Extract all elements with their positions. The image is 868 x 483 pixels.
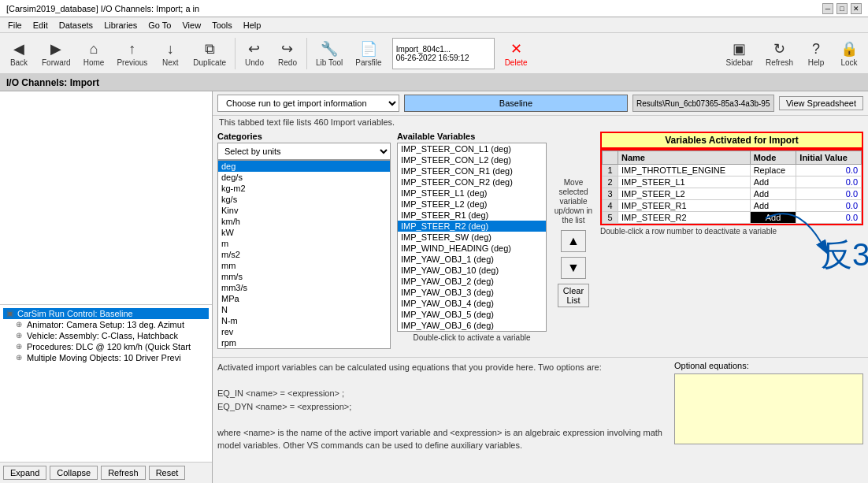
cat-item-kgm2[interactable]: kg-m2 (218, 183, 390, 194)
lib-tool-button[interactable]: 🔧 Lib Tool (310, 35, 348, 72)
row-mode-1[interactable]: Replace (750, 165, 796, 176)
select-units-dropdown[interactable]: Select by units (217, 143, 391, 160)
row-value-1[interactable]: 0.0 (796, 165, 862, 176)
expand-button[interactable]: Expand (3, 466, 46, 480)
var-item-8[interactable]: IMP_STEER_SW (deg) (398, 232, 546, 243)
cat-item-mm3s[interactable]: mm3/s (218, 282, 390, 293)
cat-item-nm[interactable]: N-m (218, 315, 390, 326)
view-spreadsheet-button[interactable]: View Spreadsheet (779, 96, 863, 110)
var-item-14[interactable]: IMP_YAW_OBJ_4 (deg) (398, 298, 546, 309)
close-button[interactable]: ✕ (851, 3, 862, 14)
var-item-2[interactable]: IMP_STEER_CON_R1 (deg) (398, 165, 546, 176)
var-item-3[interactable]: IMP_STEER_CON_R2 (deg) (398, 176, 546, 188)
move-down-button[interactable]: ▼ (561, 257, 586, 279)
move-up-button[interactable]: ▲ (561, 230, 586, 252)
var-item-6[interactable]: IMP_STEER_R1 (deg) (398, 210, 546, 221)
bottom-section: Activated import variables can be calcul… (213, 357, 868, 483)
row-num-4[interactable]: 4 (603, 200, 618, 212)
tree-item-label-5: Multiple Moving Objects: 10 Driver Previ (27, 353, 181, 362)
menu-view[interactable]: View (177, 20, 206, 31)
previous-button[interactable]: ↑ Previous (111, 35, 153, 72)
cat-item-kgs[interactable]: kg/s (218, 194, 390, 205)
tree-item-moving-objects[interactable]: ⊕ Multiple Moving Objects: 10 Driver Pre… (3, 352, 209, 363)
cat-item-kw[interactable]: kW (218, 227, 390, 238)
cat-item-mms[interactable]: mm/s (218, 271, 390, 282)
baseline-input[interactable] (404, 95, 628, 112)
tree-item-procedures[interactable]: ⊕ Procedures: DLC @ 120 km/h (Quick Star… (3, 341, 209, 352)
refresh-button[interactable]: ↻ Refresh (760, 35, 799, 72)
menu-help[interactable]: Help (239, 20, 266, 31)
var-item-1[interactable]: IMP_STEER_CON_L2 (deg) (398, 154, 546, 165)
cat-item-mm[interactable]: mm (218, 260, 390, 271)
clear-list-button[interactable]: ClearList (558, 284, 589, 307)
menu-edit[interactable]: Edit (28, 20, 53, 31)
menu-tools[interactable]: Tools (207, 20, 237, 31)
menu-libraries[interactable]: Libraries (99, 20, 142, 31)
menu-file[interactable]: File (3, 20, 27, 31)
var-item-5[interactable]: IMP_STEER_L2 (deg) (398, 199, 546, 210)
cat-item-rev[interactable]: rev (218, 326, 390, 337)
window-controls[interactable]: ─ □ ✕ (822, 3, 862, 14)
reset-button[interactable]: Reset (149, 466, 186, 480)
row-num-3[interactable]: 3 (603, 188, 618, 200)
results-path: Results\Run_6cb07365-85a3-4a3b-95 (632, 95, 774, 112)
tree-expand-icon-5: ⊕ (16, 353, 25, 362)
row-mode-5[interactable]: Add (750, 212, 796, 224)
sidebar-refresh-button[interactable]: Refresh (101, 466, 146, 480)
row-value-3[interactable]: 0.0 (796, 188, 862, 200)
var-item-0[interactable]: IMP_STEER_CON_L1 (deg) (398, 143, 546, 154)
var-item-17[interactable]: IMP_YAW_OBJ_7 (deg) (398, 331, 546, 332)
cat-item-kmh[interactable]: km/h (218, 216, 390, 227)
choose-run-dropdown[interactable]: Choose run to get import information (217, 95, 399, 112)
help-button[interactable]: ? Help (800, 35, 832, 72)
cat-item-degs[interactable]: deg/s (218, 172, 390, 183)
optional-equations-textarea[interactable] (674, 373, 863, 444)
cat-item-mpa[interactable]: MPa (218, 293, 390, 304)
home-button[interactable]: ⌂ Home (78, 35, 110, 72)
var-item-16[interactable]: IMP_YAW_OBJ_6 (deg) (398, 320, 546, 331)
back-button[interactable]: ◀ Back (3, 35, 35, 72)
minimize-button[interactable]: ─ (822, 3, 833, 14)
row-value-4[interactable]: 0.0 (796, 200, 862, 212)
parsfile-button[interactable]: 📄 Parsfile (350, 35, 387, 72)
duplicate-button[interactable]: ⧉ Duplicate (187, 35, 232, 72)
collapse-button[interactable]: Collapse (50, 466, 98, 480)
previous-icon: ↑ (123, 39, 142, 58)
row-num-2[interactable]: 2 (603, 176, 618, 188)
var-item-9[interactable]: IMP_WIND_HEADING (deg) (398, 243, 546, 254)
tree-item-animator[interactable]: ⊕ Animator: Camera Setup: 13 deg. Azimut (3, 319, 209, 330)
var-item-13[interactable]: IMP_YAW_OBJ_3 (deg) (398, 287, 546, 298)
cat-item-deg[interactable]: deg (218, 161, 390, 172)
var-item-12[interactable]: IMP_YAW_OBJ_2 (deg) (398, 276, 546, 287)
row-mode-3[interactable]: Add (750, 188, 796, 200)
lock-button[interactable]: 🔒 Lock (833, 35, 865, 72)
next-button[interactable]: ↓ Next (154, 35, 186, 72)
maximize-button[interactable]: □ (836, 3, 848, 14)
tree-item-carsim-run[interactable]: ▣ CarSim Run Control: Baseline (3, 308, 209, 319)
menu-goto[interactable]: Go To (143, 20, 176, 31)
cat-item-m[interactable]: m (218, 238, 390, 249)
redo-button[interactable]: ↪ Redo (272, 35, 303, 72)
sidebar-button[interactable]: ▣ Sidebar (721, 35, 759, 72)
cat-item-rpm[interactable]: rpm (218, 337, 390, 348)
tree-item-label-2: Animator: Camera Setup: 13 deg. Azimut (27, 320, 184, 329)
row-value-5[interactable]: 0.0 (796, 212, 862, 224)
row-num-1[interactable]: 1 (603, 165, 618, 176)
var-item-10[interactable]: IMP_YAW_OBJ_1 (deg) (398, 254, 546, 265)
undo-button[interactable]: ↩ Undo (239, 35, 270, 72)
row-num-5[interactable]: 5 (603, 212, 618, 224)
forward-button[interactable]: ▶ Forward (36, 35, 76, 72)
tree-item-vehicle[interactable]: ⊕ Vehicle: Assembly: C-Class, Hatchback (3, 330, 209, 341)
menu-datasets[interactable]: Datasets (54, 20, 98, 31)
row-mode-2[interactable]: Add (750, 176, 796, 188)
delete-button[interactable]: ✕ Delete (499, 35, 533, 72)
var-item-7[interactable]: IMP_STEER_R2 (deg) (398, 221, 546, 232)
cat-item-ms2[interactable]: m/s2 (218, 249, 390, 260)
row-value-2[interactable]: 0.0 (796, 176, 862, 188)
var-item-11[interactable]: IMP_YAW_OBJ_10 (deg) (398, 265, 546, 276)
var-item-4[interactable]: IMP_STEER_L1 (deg) (398, 188, 546, 199)
row-mode-4[interactable]: Add (750, 200, 796, 212)
cat-item-kinv[interactable]: Kinv (218, 205, 390, 216)
var-item-15[interactable]: IMP_YAW_OBJ_5 (deg) (398, 309, 546, 320)
cat-item-n[interactable]: N (218, 304, 390, 315)
